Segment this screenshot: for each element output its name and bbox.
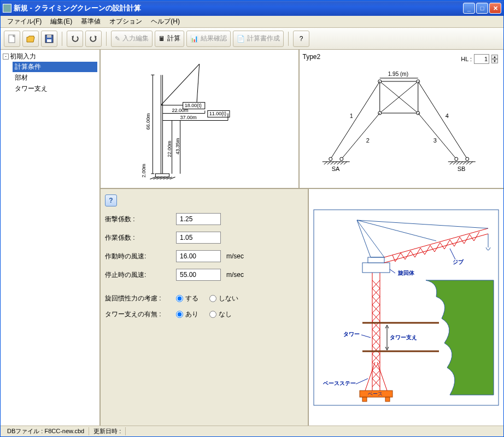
statusbar: DBファイル : F8CC-new.cbd 更新日時 : [1, 426, 503, 436]
minimize-button[interactable]: _ [463, 3, 475, 14]
hl-input[interactable] [474, 54, 489, 64]
svg-text:11.00(t): 11.00(t) [209, 111, 226, 116]
hl-label: HL : [461, 56, 472, 62]
tree-root-label[interactable]: 初期入力 [10, 52, 36, 61]
menu-option[interactable]: オプション [105, 16, 146, 27]
svg-line-67 [453, 162, 456, 164]
svg-text:ベースステー: ベースステー [323, 380, 356, 386]
svg-line-59 [327, 162, 330, 164]
svg-text:22.00m: 22.00m [172, 108, 189, 113]
input-edit-icon: ✎ [115, 35, 120, 43]
svg-text:22.00m: 22.00m [167, 141, 172, 157]
undo-button[interactable] [67, 31, 83, 47]
status-db: DBファイル : F8CC-new.cbd [3, 427, 89, 435]
toolbar-help-button[interactable]: ? [293, 31, 309, 47]
support-type-diagram: Type2 HL : ▲ ▼ 1.95 (m) [300, 50, 504, 188]
form-help-button[interactable]: ? [105, 194, 117, 206]
menu-help[interactable]: ヘルプ(H) [146, 16, 184, 27]
report-icon: 📄 [237, 35, 245, 43]
svg-text:SA: SA [331, 166, 339, 172]
wind-stop-input[interactable] [176, 269, 221, 281]
svg-line-63 [340, 162, 343, 164]
svg-point-52 [465, 157, 468, 161]
menu-edit[interactable]: 編集(E) [46, 16, 77, 27]
svg-line-68 [456, 162, 459, 164]
wind-stop-label: 停止時の風速: [105, 270, 176, 280]
svg-rect-3 [47, 35, 51, 38]
app-window: 新規 - クライミングクレーンの設計計算 _ □ ✕ ファイル(F) 編集(E)… [0, 0, 504, 437]
svg-rect-2 [47, 39, 51, 42]
svg-rect-77 [362, 397, 367, 401]
save-button[interactable] [41, 31, 57, 47]
tower-sup-no-radio[interactable]: なし [209, 310, 232, 319]
svg-text:66.00m: 66.00m [145, 114, 151, 130]
svg-line-45 [330, 81, 379, 159]
svg-line-64 [343, 162, 347, 164]
tower-sup-yes-radio[interactable]: あり [176, 310, 198, 319]
tree-item-tower-support[interactable]: タワー支え [13, 84, 97, 94]
svg-rect-117 [362, 263, 390, 273]
svg-text:ベース: ベース [368, 391, 383, 397]
maximize-button[interactable]: □ [476, 3, 488, 14]
work-input[interactable] [176, 232, 221, 244]
svg-text:3: 3 [433, 137, 436, 144]
impact-label: 衝撃係数 : [105, 215, 176, 224]
tower-sup-label: タワー支えの有無 : [105, 310, 176, 319]
svg-text:4: 4 [445, 113, 448, 119]
svg-text:2: 2 [366, 137, 369, 144]
close-button[interactable]: ✕ [489, 3, 501, 14]
hl-spin-up[interactable]: ▲ [491, 55, 498, 59]
svg-text:2.00m: 2.00m [141, 164, 146, 178]
svg-line-58 [324, 162, 327, 164]
new-button[interactable] [4, 31, 20, 47]
menubar: ファイル(F) 編集(E) 基準値 オプション ヘルプ(H) [1, 16, 503, 28]
svg-line-72 [469, 162, 472, 164]
inertia-yes-radio[interactable]: する [176, 294, 198, 303]
svg-line-70 [462, 162, 466, 164]
report-button[interactable]: 📄計算書作成 [233, 31, 284, 47]
menu-base[interactable]: 基準値 [77, 16, 105, 27]
svg-rect-28 [155, 174, 169, 177]
titlebar: 新規 - クライミングクレーンの設計計算 _ □ ✕ [1, 1, 503, 16]
svg-text:旋回体: 旋回体 [397, 270, 415, 276]
svg-line-66 [449, 162, 453, 164]
calc-button[interactable]: 🖩計算 [155, 31, 184, 47]
window-title: 新規 - クライミングクレーンの設計計算 [14, 3, 463, 13]
calc-icon: 🖩 [159, 35, 165, 43]
inertia-no-radio[interactable]: しない [209, 294, 238, 303]
svg-point-50 [339, 157, 343, 161]
svg-rect-118 [368, 257, 384, 263]
crane-elevation-diagram: 18.00(t) 11.00(t) 22.00m 37.00m 66.00m [101, 50, 300, 188]
wind-op-input[interactable] [176, 250, 221, 262]
work-label: 作業係数 : [105, 233, 176, 243]
svg-text:37.00m: 37.00m [180, 115, 197, 121]
svg-line-69 [459, 162, 462, 164]
hl-spin-down[interactable]: ▼ [491, 59, 498, 63]
svg-point-51 [454, 157, 458, 161]
input-edit-button[interactable]: ✎入力編集 [111, 31, 153, 47]
svg-text:SB: SB [457, 166, 465, 172]
impact-input[interactable] [176, 213, 221, 225]
svg-line-60 [330, 162, 333, 164]
redo-button[interactable] [85, 31, 102, 47]
svg-line-6 [161, 64, 199, 105]
tree-item-calc-cond[interactable]: 計算条件 [13, 62, 97, 72]
result-icon: 📊 [190, 35, 198, 43]
wind-op-unit: m/sec [226, 252, 244, 260]
open-button[interactable] [22, 31, 39, 47]
result-button[interactable]: 📊結果確認 [186, 31, 231, 47]
svg-point-49 [329, 157, 332, 161]
svg-line-48 [418, 113, 456, 159]
wind-stop-unit: m/sec [226, 271, 244, 279]
inertia-label: 旋回慣性力の考慮 : [105, 294, 176, 303]
svg-text:1: 1 [349, 113, 353, 119]
svg-text:1.95 (m): 1.95 (m) [388, 71, 408, 77]
tree-item-member[interactable]: 部材 [13, 73, 97, 83]
toolbar: ✎入力編集 🖩計算 📊結果確認 📄計算書作成 ? [1, 28, 503, 50]
menu-file[interactable]: ファイル(F) [3, 16, 46, 27]
svg-text:タワー: タワー [343, 331, 360, 337]
tree-toggle[interactable]: - [3, 54, 9, 60]
tree-pane: - 初期入力 計算条件 部材 タワー支え [1, 50, 101, 426]
svg-line-46 [341, 113, 379, 159]
svg-line-62 [337, 162, 340, 164]
